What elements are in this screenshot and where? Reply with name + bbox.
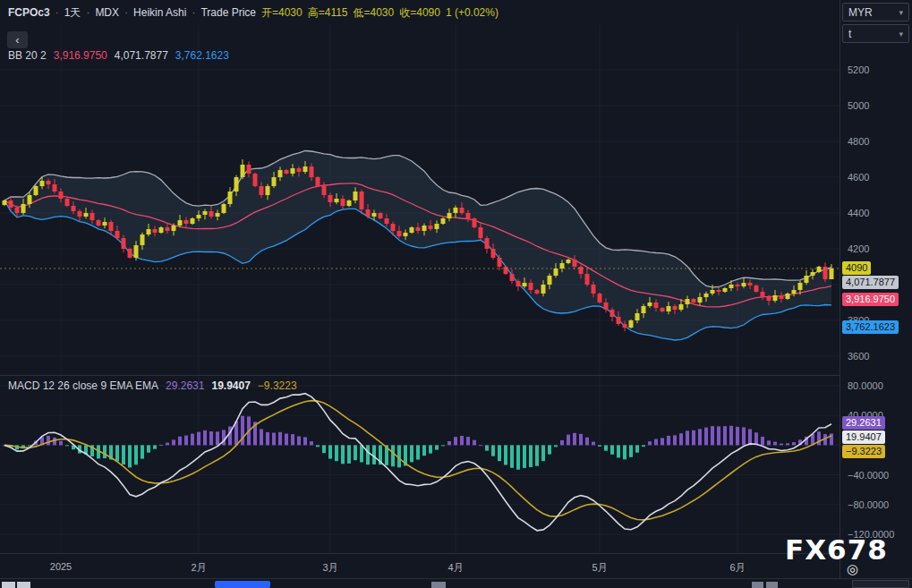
symbol-name[interactable]: FCPOc3 bbox=[8, 6, 50, 19]
price-tick-label: 3600 bbox=[848, 350, 869, 362]
time-axis-label: 6月 bbox=[729, 561, 745, 575]
fx678-watermark: FX678 bbox=[785, 533, 888, 566]
price-tick-label: 5000 bbox=[848, 99, 869, 112]
bb-upper-value: 4,071.7877 bbox=[115, 49, 168, 62]
bottom-toolbar-chip[interactable] bbox=[17, 582, 30, 588]
macd-tick-label: −80.0000 bbox=[848, 499, 889, 511]
macd-line-value: 19.9407 bbox=[211, 379, 250, 392]
pane-separator[interactable] bbox=[0, 375, 912, 376]
price-axis[interactable]: 52005000480046004400420040003800360080.0… bbox=[840, 0, 912, 578]
price-axis-badge: 3,762.1623 bbox=[842, 320, 899, 334]
high-value: 高=4115 bbox=[308, 5, 348, 21]
macd-title: MACD 12 26 close 9 EMA EMA bbox=[8, 379, 158, 392]
price-tick-label: 4400 bbox=[848, 207, 869, 219]
currency-value: MYR bbox=[848, 6, 873, 19]
bottom-toolbar-chip[interactable] bbox=[752, 582, 763, 588]
trading-chart-app: FCPOc3 · 1天 · MDX · Heikin Ashi · Trade … bbox=[0, 0, 912, 588]
bottom-toolbar-chip[interactable] bbox=[2, 582, 15, 588]
unit-value: t bbox=[848, 28, 851, 40]
price-axis-badge: 3,916.9750 bbox=[842, 293, 899, 306]
price-tick-label: 4200 bbox=[848, 243, 869, 255]
time-axis-label: 2025 bbox=[50, 561, 72, 572]
bottom-toolbar-chip[interactable] bbox=[431, 582, 446, 588]
macd-hist-value: 29.2631 bbox=[166, 379, 204, 392]
time-axis[interactable]: 20252月3月4月5月6月 bbox=[0, 554, 840, 578]
separator-dot: · bbox=[55, 6, 59, 19]
bb-legend[interactable]: BB 20 2 3,916.9750 4,071.7877 3,762.1623 bbox=[8, 49, 229, 62]
macd-chart-canvas[interactable] bbox=[0, 376, 840, 553]
change-value: 1 (+0.02%) bbox=[446, 6, 499, 19]
exchange-label: MDX bbox=[95, 6, 119, 19]
macd-axis-badge: 19.9407 bbox=[842, 430, 885, 444]
chevron-down-icon: ▾ bbox=[899, 8, 903, 17]
back-button[interactable]: ‹ bbox=[7, 31, 28, 48]
time-axis-label: 2月 bbox=[191, 561, 206, 575]
back-chevron-icon: ‹ bbox=[15, 33, 19, 47]
macd-legend[interactable]: MACD 12 26 close 9 EMA EMA 29.2631 19.94… bbox=[8, 379, 297, 392]
price-tick-label: 4800 bbox=[848, 135, 869, 148]
bottom-bar-separator bbox=[0, 578, 912, 579]
price-chart-canvas[interactable] bbox=[0, 25, 840, 375]
bottom-toolbar-chip[interactable] bbox=[852, 580, 909, 588]
price-tick-label: 5200 bbox=[848, 64, 869, 76]
separator-dot: · bbox=[124, 6, 128, 19]
price-source-label: Trade Price bbox=[200, 6, 256, 19]
currency-select[interactable]: MYR ▾ bbox=[842, 3, 909, 21]
interval-button[interactable]: 1天 bbox=[64, 5, 81, 21]
logo-circle-icon: ◎ bbox=[847, 561, 858, 577]
macd-tick-label: −40.0000 bbox=[848, 469, 889, 481]
low-value: 低=4030 bbox=[354, 5, 395, 21]
bb-lower-value: 3,762.1623 bbox=[175, 49, 229, 62]
price-tick-label: 4600 bbox=[848, 171, 869, 183]
time-axis-label: 4月 bbox=[447, 561, 463, 575]
close-value: 收=4090 bbox=[399, 5, 440, 21]
bottom-toolbar-chip[interactable] bbox=[766, 582, 778, 588]
price-axis-badge: 4090 bbox=[842, 261, 871, 275]
time-axis-label: 5月 bbox=[592, 561, 607, 575]
timeline-scrollbar-thumb[interactable] bbox=[215, 581, 270, 588]
separator-dot: · bbox=[86, 6, 89, 19]
open-value: 开=4030 bbox=[261, 5, 303, 21]
unit-select[interactable]: t ▾ bbox=[842, 24, 909, 43]
macd-axis-badge: −9.3223 bbox=[842, 445, 885, 458]
symbol-header: FCPOc3 · 1天 · MDX · Heikin Ashi · Trade … bbox=[0, 0, 499, 25]
price-axis-badge: 4,071.7877 bbox=[842, 276, 899, 289]
time-axis-label: 3月 bbox=[322, 561, 337, 575]
macd-signal-value: −9.3223 bbox=[258, 379, 297, 392]
macd-axis-badge: 29.2631 bbox=[842, 416, 885, 430]
chart-style-label[interactable]: Heikin Ashi bbox=[133, 6, 186, 19]
macd-tick-label: 80.0000 bbox=[848, 379, 883, 392]
separator-dot: · bbox=[192, 6, 195, 19]
bb-basis-value: 3,916.9750 bbox=[54, 49, 107, 62]
bb-title: BB 20 2 bbox=[8, 49, 47, 62]
chevron-down-icon: ▾ bbox=[899, 30, 903, 38]
